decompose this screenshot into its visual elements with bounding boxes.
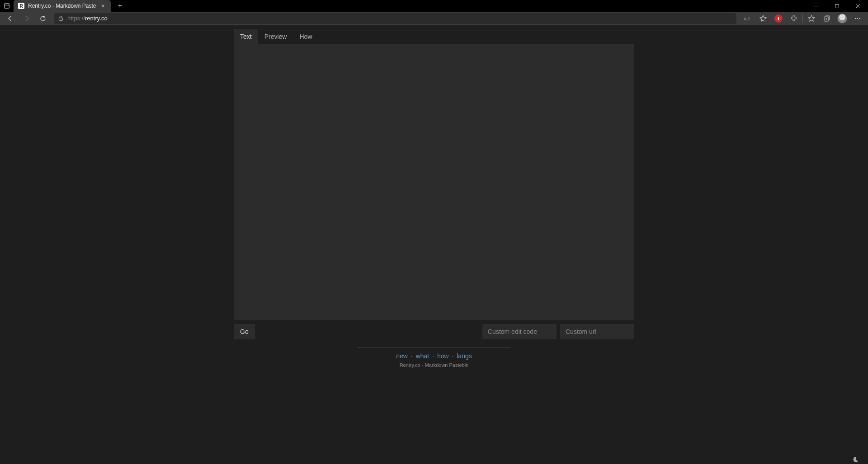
main-container: Text Preview How Go new · what · how · l… [234,25,634,464]
maximize-icon[interactable] [826,0,847,12]
refresh-button[interactable] [35,12,51,25]
go-button[interactable]: Go [234,324,255,339]
svg-text:A: A [744,16,747,21]
url-host: rentry.co [85,15,108,22]
window-titlebar: R Rentry.co - Markdown Paste ✕ + [0,0,868,12]
svg-point-13 [855,18,856,19]
editor-textarea[interactable] [234,44,634,320]
tab-how[interactable]: How [293,29,318,44]
footer: new · what · how · langs Rentry.co - Mar… [234,347,634,368]
footer-dot: · [411,352,413,360]
tab-text[interactable]: Text [234,29,258,44]
svg-rect-0 [5,4,9,9]
footer-link-how[interactable]: how [437,352,449,360]
bottom-controls: Go [234,324,634,339]
footer-links: new · what · how · langs [234,352,634,360]
toolbar-separator [802,14,803,23]
custom-url-input[interactable] [560,324,634,339]
svg-rect-6 [59,18,62,21]
theme-toggle-icon[interactable] [852,456,859,463]
browser-tab[interactable]: R Rentry.co - Markdown Paste ✕ [14,0,111,12]
footer-link-new[interactable]: new [396,352,408,360]
edit-code-input[interactable] [482,324,557,339]
profile-avatar[interactable] [835,12,850,25]
footer-dot: · [432,352,434,360]
svg-point-14 [857,18,858,19]
favicon-icon: R [18,3,24,9]
editor-tabs: Text Preview How [234,29,634,44]
tab-actions-icon[interactable] [0,0,14,12]
page-content: Text Preview How Go new · what · how · l… [0,25,868,464]
svg-text:+: + [764,19,766,22]
toolbar-right-icons: A + [740,12,865,25]
tab-title: Rentry.co - Markdown Paste [28,3,96,9]
close-window-icon[interactable] [847,0,868,12]
tab-strip: R Rentry.co - Markdown Paste ✕ + [0,0,127,12]
url-text: https://rentry.co [67,15,108,22]
read-aloud-icon[interactable]: A [740,12,755,25]
collections-icon[interactable] [819,12,835,25]
favorites-add-icon[interactable]: + [755,12,771,25]
minimize-icon[interactable] [806,0,826,12]
favorites-icon[interactable] [804,12,819,25]
url-protocol: https:// [67,15,85,22]
back-button[interactable] [3,12,18,25]
forward-button[interactable] [19,12,34,25]
footer-link-what[interactable]: what [416,352,429,360]
svg-point-15 [859,18,860,19]
browser-toolbar: https://rentry.co A + [0,12,868,25]
footer-dot: · [452,352,453,360]
footer-subtitle: Rentry.co - Markdown Pastebin [234,362,634,368]
more-icon[interactable] [850,12,865,25]
close-tab-icon[interactable]: ✕ [100,3,106,9]
tab-preview[interactable]: Preview [258,29,293,44]
extension-red-icon[interactable] [771,12,786,25]
footer-divider [358,347,510,348]
window-controls [806,0,868,12]
footer-link-langs[interactable]: langs [457,352,472,360]
new-tab-button[interactable]: + [113,0,127,12]
lock-icon [58,15,64,21]
address-bar[interactable]: https://rentry.co [54,13,736,24]
extensions-icon[interactable] [786,12,802,25]
svg-rect-3 [835,4,839,8]
